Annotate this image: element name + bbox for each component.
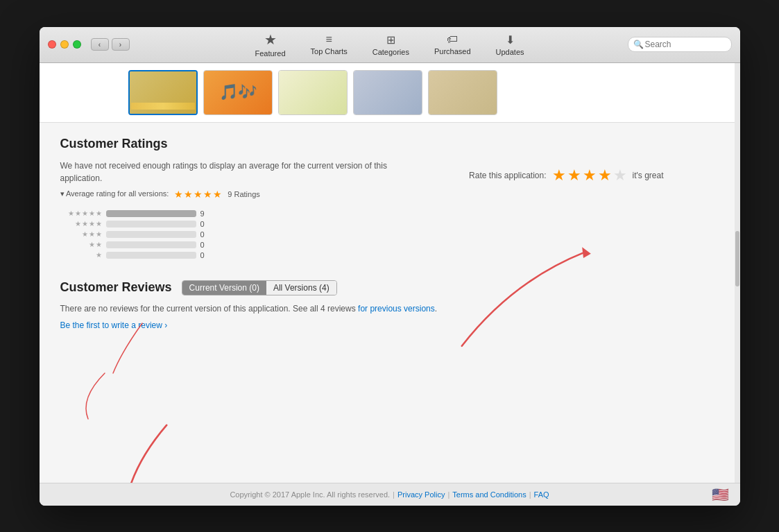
search-icon: 🔍 bbox=[633, 40, 644, 49]
bar-count-3: 0 bbox=[200, 230, 207, 239]
footer: Copyright © 2017 Apple Inc. All rights r… bbox=[40, 483, 740, 506]
maximize-button[interactable] bbox=[73, 40, 81, 49]
content-wrapper: 🎵🎶 Customer Ratings We have n bbox=[40, 63, 740, 483]
updates-icon: ⬇ bbox=[506, 33, 515, 46]
no-reviews-text: There are no reviews for the current ver… bbox=[60, 302, 719, 315]
ratings-title: Customer Ratings bbox=[60, 137, 719, 151]
bar-count-4: 0 bbox=[200, 220, 207, 228]
ratings-left: We have not received enough ratings to d… bbox=[60, 160, 421, 273]
rate-star-1[interactable]: ★ bbox=[552, 166, 566, 185]
screenshot-thumb-5[interactable] bbox=[428, 70, 497, 115]
bar-row-1: ★ 0 bbox=[60, 251, 421, 259]
star-3: ★ bbox=[194, 189, 203, 200]
star-2: ★ bbox=[184, 189, 193, 200]
average-stars: ★ ★ ★ ★ ★ bbox=[174, 189, 222, 200]
thumb-spacer bbox=[53, 70, 123, 115]
bar-count-5: 9 bbox=[200, 209, 207, 218]
rate-row: Rate this application: ★ ★ ★ ★ ★ it's gr… bbox=[469, 166, 663, 185]
terms-link[interactable]: Terms and Conditions bbox=[452, 490, 526, 499]
top-charts-icon: ≡ bbox=[325, 33, 332, 46]
no-reviews-description: There are no reviews for the current ver… bbox=[60, 304, 356, 314]
app-window: ‹ › ★ Featured ≡ Top Charts ⊞ Categories… bbox=[40, 27, 740, 506]
bar-track-5 bbox=[106, 210, 196, 217]
average-label: ▾ Average rating for all versions: bbox=[60, 189, 169, 198]
featured-icon: ★ bbox=[264, 31, 277, 48]
rating-count: 9 Ratings bbox=[228, 190, 259, 198]
rate-star-4[interactable]: ★ bbox=[598, 166, 612, 185]
reviews-section: Customer Reviews Current Version (0) All… bbox=[60, 280, 719, 330]
toolbar-item-categories[interactable]: ⊞ Categories bbox=[360, 27, 422, 62]
forward-button[interactable]: › bbox=[112, 38, 130, 51]
thumb-image-5 bbox=[429, 71, 497, 114]
rating-bars: ★★★★★ 9 ★★★★ bbox=[60, 209, 421, 259]
updates-label: Updates bbox=[496, 48, 524, 56]
toolbar-item-updates[interactable]: ⬇ Updates bbox=[483, 27, 537, 62]
tab-all-versions[interactable]: All Versions (4) bbox=[266, 281, 336, 295]
rate-star-3[interactable]: ★ bbox=[583, 166, 597, 185]
rate-app-section: Rate this application: ★ ★ ★ ★ ★ it's gr… bbox=[469, 166, 663, 185]
screenshot-strip: 🎵🎶 bbox=[40, 63, 740, 123]
ratings-description: We have not received enough ratings to d… bbox=[60, 160, 421, 185]
bar-count-1: 0 bbox=[200, 251, 207, 259]
categories-label: Categories bbox=[373, 48, 409, 56]
ratings-section: Customer Ratings We have not received en… bbox=[40, 123, 740, 483]
screenshot-thumb-2[interactable]: 🎵🎶 bbox=[203, 70, 273, 115]
ratings-area: We have not received enough ratings to d… bbox=[60, 160, 719, 273]
scrollbar-track bbox=[735, 63, 740, 483]
bar-stars-1: ★ bbox=[60, 251, 102, 259]
version-tabs: Current Version (0) All Versions (4) bbox=[182, 280, 337, 295]
copyright-text: Copyright © 2017 Apple Inc. All rights r… bbox=[230, 490, 390, 499]
star-5: ★ bbox=[213, 189, 222, 200]
categories-icon: ⊞ bbox=[386, 33, 395, 46]
faq-link[interactable]: FAQ bbox=[534, 490, 549, 499]
search-container[interactable]: 🔍 bbox=[628, 37, 732, 52]
bar-stars-2: ★★ bbox=[60, 241, 102, 248]
screenshot-thumb-3[interactable] bbox=[278, 70, 348, 115]
titlebar: ‹ › ★ Featured ≡ Top Charts ⊞ Categories… bbox=[40, 27, 740, 63]
thumb-image-4 bbox=[354, 71, 422, 114]
rate-star-5[interactable]: ★ bbox=[613, 166, 627, 185]
thumb-image-3 bbox=[279, 71, 347, 114]
scrollbar-thumb[interactable] bbox=[735, 231, 739, 286]
rate-star-2[interactable]: ★ bbox=[567, 166, 581, 185]
toolbar-nav: ★ Featured ≡ Top Charts ⊞ Categories 🏷 P… bbox=[242, 27, 536, 62]
reviews-header: Customer Reviews Current Version (0) All… bbox=[60, 280, 719, 295]
bar-track-3 bbox=[106, 231, 196, 238]
screenshot-thumb-4[interactable] bbox=[353, 70, 422, 115]
bar-stars-3: ★★★ bbox=[60, 230, 102, 238]
bar-row-4: ★★★★ 0 bbox=[60, 220, 421, 228]
search-wrapper: 🔍 bbox=[628, 37, 732, 52]
all-reviews-link[interactable]: for previous versions bbox=[358, 304, 435, 314]
bar-stars-4: ★★★★ bbox=[60, 220, 102, 228]
write-review-text[interactable]: Be the first to write a review bbox=[60, 320, 162, 330]
toolbar-item-top-charts[interactable]: ≡ Top Charts bbox=[298, 27, 360, 62]
purchased-icon: 🏷 bbox=[447, 33, 458, 46]
bar-track-1 bbox=[106, 252, 196, 259]
screenshot-thumb-1[interactable] bbox=[128, 70, 198, 115]
main-content-area: 🎵🎶 Customer Ratings We have n bbox=[40, 63, 740, 483]
bar-row-5: ★★★★★ 9 bbox=[60, 209, 421, 218]
toolbar-item-featured[interactable]: ★ Featured bbox=[242, 27, 298, 62]
bar-track-2 bbox=[106, 241, 196, 248]
toolbar-item-purchased[interactable]: 🏷 Purchased bbox=[422, 27, 483, 62]
rate-stars[interactable]: ★ ★ ★ ★ ★ bbox=[552, 166, 627, 185]
privacy-policy-link[interactable]: Privacy Policy bbox=[397, 490, 445, 499]
star-4: ★ bbox=[203, 189, 212, 200]
bar-count-2: 0 bbox=[200, 241, 207, 249]
bar-stars-5: ★★★★★ bbox=[60, 209, 102, 217]
reviews-title: Customer Reviews bbox=[60, 280, 172, 295]
traffic-lights bbox=[48, 40, 81, 49]
minimize-button[interactable] bbox=[60, 40, 69, 49]
write-review-row: Be the first to write a review › bbox=[60, 320, 719, 330]
close-button[interactable] bbox=[48, 40, 56, 49]
bar-track-4 bbox=[106, 221, 196, 228]
divider-2: | bbox=[447, 490, 450, 499]
average-rating-row: ▾ Average rating for all versions: ★ ★ ★… bbox=[60, 189, 421, 200]
nav-buttons: ‹ › bbox=[91, 38, 130, 51]
rate-description: it's great bbox=[633, 171, 664, 180]
tab-current-version[interactable]: Current Version (0) bbox=[182, 281, 266, 295]
featured-label: Featured bbox=[255, 49, 285, 58]
purchased-label: Purchased bbox=[434, 47, 471, 55]
back-button[interactable]: ‹ bbox=[91, 38, 109, 51]
divider-1: | bbox=[393, 490, 395, 499]
